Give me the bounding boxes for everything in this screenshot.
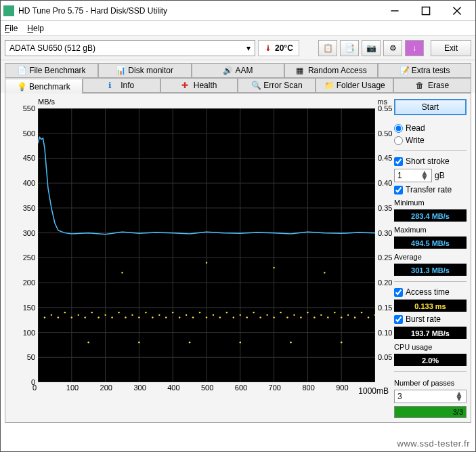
svg-point-38 — [111, 316, 112, 318]
start-button[interactable]: Start — [394, 99, 467, 115]
temperature-value: 20°C — [275, 43, 293, 53]
save-icon: ↓ — [412, 43, 416, 53]
camera-icon: 📷 — [366, 43, 376, 53]
extra-tests-icon: 📝 — [399, 66, 409, 75]
svg-point-60 — [259, 316, 261, 318]
save-button[interactable]: ↓ — [405, 40, 424, 56]
svg-point-45 — [158, 314, 160, 316]
transfer-rate-label: Transfer rate — [406, 185, 452, 194]
svg-point-64 — [286, 316, 288, 318]
tab-aam[interactable]: 🔊AAM — [192, 63, 285, 78]
svg-point-66 — [300, 316, 301, 318]
svg-point-84 — [121, 272, 123, 273]
y-left-tick: 150 — [9, 304, 35, 312]
screenshot-button[interactable]: 📷 — [362, 40, 381, 56]
tab-info[interactable]: ℹInfo — [83, 78, 160, 93]
tab-folder-usage[interactable]: 📁Folder Usage — [316, 78, 393, 93]
svg-point-44 — [152, 316, 153, 318]
maximize-button[interactable] — [410, 1, 441, 20]
y-right-tick: 0.20 — [378, 279, 392, 287]
y-right-tick: 0.45 — [378, 154, 392, 162]
tab-extra-tests[interactable]: 📝Extra tests — [378, 63, 471, 78]
drive-select[interactable]: ADATA SU650 (512 gB) ▾ — [5, 40, 255, 56]
svg-point-30 — [58, 316, 59, 318]
menu-file[interactable]: File — [5, 24, 18, 33]
svg-point-76 — [368, 316, 369, 318]
tab-benchmark[interactable]: 💡Benchmark — [5, 79, 83, 94]
progress-bar: 3/3 — [394, 406, 467, 418]
maximum-label: Maximum — [394, 226, 467, 234]
tab-label: Error Scan — [263, 81, 302, 90]
y-left-tick: 250 — [9, 253, 35, 262]
passes-label: Number of passes — [394, 379, 467, 387]
side-panel: Start Read Write Short stroke 1▲▼ gB Tra… — [394, 98, 467, 418]
copy-info-button[interactable]: 📋 — [318, 40, 337, 56]
short-stroke-input[interactable]: 1▲▼ gB — [394, 169, 467, 182]
passes-input[interactable]: 3▲▼ — [394, 390, 467, 403]
tab-row-1: 📄File Benchmark 📊Disk monitor 🔊AAM ▦Rand… — [5, 63, 471, 78]
spinner-icon[interactable]: ▲▼ — [455, 392, 463, 401]
tab-label: Info — [121, 81, 134, 90]
svg-point-41 — [131, 314, 133, 316]
svg-point-82 — [290, 342, 291, 343]
watermark: www.ssd-tester.fr — [397, 438, 470, 449]
chevron-down-icon: ▾ — [246, 43, 251, 53]
toolbar: ADATA SU650 (512 gB) ▾ 🌡 20°C 📋 📑 📷 ⚙ ↓ … — [1, 36, 475, 60]
tab-erase[interactable]: 🗑Erase — [393, 78, 471, 93]
short-stroke-checkbox[interactable]: Short stroke — [394, 157, 467, 166]
benchmark-icon: 💡 — [17, 82, 26, 91]
svg-point-39 — [118, 312, 119, 313]
tab-disk-monitor[interactable]: 📊Disk monitor — [98, 63, 192, 78]
svg-point-43 — [145, 312, 146, 313]
y-left-tick: 200 — [9, 279, 35, 287]
tab-random-access[interactable]: ▦Random Access — [284, 63, 378, 78]
x-tick: 600 — [235, 384, 247, 392]
y-left-tick: 50 — [9, 353, 35, 361]
average-label: Average — [394, 253, 467, 261]
erase-icon: 🗑 — [416, 81, 425, 90]
svg-point-35 — [91, 312, 92, 313]
svg-point-46 — [165, 316, 167, 318]
transfer-rate-checkbox[interactable]: Transfer rate — [394, 185, 467, 194]
minimize-button[interactable] — [379, 1, 410, 20]
cpu-usage-value: 2.0% — [394, 354, 467, 366]
short-stroke-unit: gB — [435, 171, 445, 180]
y-left-tick: 0 — [9, 378, 35, 386]
spinner-icon[interactable]: ▲▼ — [420, 171, 429, 180]
svg-point-47 — [172, 312, 173, 313]
copy-screenshot-button[interactable]: 📑 — [340, 40, 359, 56]
tab-health[interactable]: ✚Health — [160, 78, 238, 93]
svg-point-70 — [327, 316, 328, 318]
y-left-tick: 450 — [9, 154, 35, 162]
tab-file-benchmark[interactable]: 📄File Benchmark — [5, 63, 98, 78]
read-radio[interactable]: Read — [394, 123, 467, 133]
tab-label: Folder Usage — [337, 81, 385, 90]
svg-point-36 — [98, 316, 99, 318]
short-stroke-value: 1 — [397, 171, 402, 180]
svg-point-74 — [354, 316, 355, 318]
svg-point-67 — [307, 312, 308, 313]
menu-help[interactable]: Help — [27, 24, 44, 33]
svg-point-31 — [64, 312, 66, 313]
titlebar: HD Tune Pro 5.75 - Hard Disk/SSD Utility — [1, 1, 475, 21]
x-tick: 800 — [302, 384, 314, 392]
thermometer-icon: 🌡 — [264, 43, 272, 53]
x-tick: 100 — [66, 384, 79, 392]
options-button[interactable]: ⚙ — [383, 40, 402, 56]
exit-button[interactable]: Exit — [431, 40, 471, 56]
average-value: 301.3 MB/s — [394, 264, 467, 276]
tab-error-scan[interactable]: 🔍Error Scan — [238, 78, 316, 93]
tab-label: AAM — [235, 66, 253, 75]
temperature-display: 🌡 20°C — [258, 40, 299, 56]
svg-point-86 — [273, 267, 274, 268]
burst-rate-checkbox[interactable]: Burst rate — [394, 314, 467, 324]
progress-text: 3/3 — [453, 408, 463, 416]
access-time-value: 0.133 ms — [394, 300, 467, 312]
y-right-tick: 0.10 — [378, 329, 392, 337]
close-button[interactable] — [441, 1, 473, 20]
write-radio[interactable]: Write — [394, 136, 467, 145]
svg-point-71 — [334, 312, 335, 313]
access-time-checkbox[interactable]: Access time — [394, 287, 467, 297]
tab-label: Benchmark — [29, 82, 70, 91]
svg-point-40 — [125, 316, 126, 318]
